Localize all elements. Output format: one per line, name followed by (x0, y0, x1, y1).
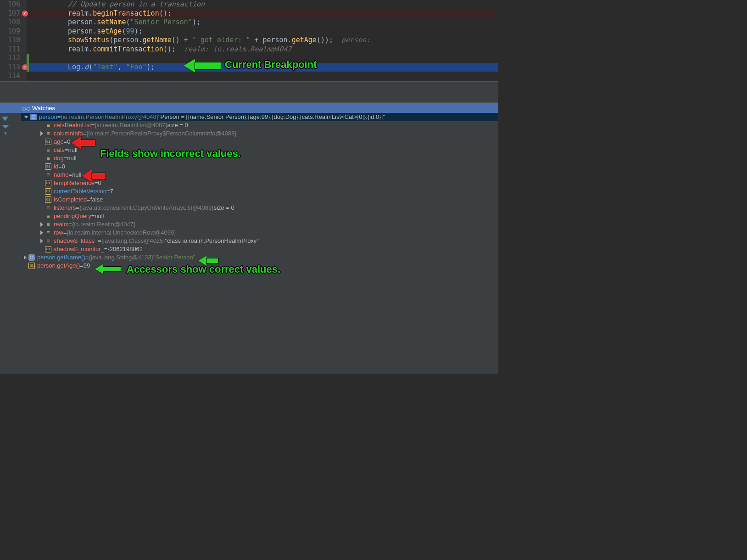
watch-value: 7 (110, 187, 113, 196)
chevron-right-icon[interactable] (40, 222, 43, 227)
panel-separator (0, 81, 498, 103)
code-line[interactable]: 109person.setAge(99); (0, 27, 498, 36)
watch-value: "Senior Person" (153, 253, 195, 262)
watch-row[interactable]: catsRealmList = {io.realm.RealmList@4087… (21, 121, 498, 129)
watch-name: listeners (54, 204, 76, 212)
watch-row[interactable]: columnInfo = {io.realm.PersonRealmProxy$… (21, 129, 498, 138)
breakpoint-icon[interactable] (22, 11, 28, 17)
code-line[interactable]: 113Log.d("Test", "Foo"); (0, 63, 498, 72)
field-icon (45, 230, 51, 236)
watch-row[interactable]: isCompleted = false (21, 196, 498, 204)
watch-name: age (54, 138, 64, 146)
watch-value: {io.realm.PersonRealmProxy@4048} (61, 113, 158, 121)
watch-value: size = 0 (214, 204, 234, 212)
code-editor[interactable]: 106// Update person in a transaction107r… (0, 0, 498, 81)
watch-value: {io.realm.internal.UncheckedRow@4090} (67, 229, 176, 237)
watch-name: person.getName() (37, 253, 85, 262)
chevron-right-icon[interactable] (40, 230, 43, 235)
field-icon (45, 122, 51, 129)
watches-header[interactable]: Watches (0, 103, 498, 113)
watch-value: "Person = [{name:Senior Person},{age:99}… (158, 113, 385, 121)
watch-row[interactable]: person.getAge() = 99 (21, 262, 498, 270)
watch-name: catsRealmList (54, 121, 91, 129)
watch-value: null (72, 171, 81, 179)
chevron-down-icon[interactable] (24, 116, 28, 118)
code-content[interactable] (27, 54, 498, 63)
line-number[interactable]: 113 (0, 63, 27, 72)
watch-name: row (54, 229, 63, 237)
line-number[interactable]: 106 (0, 0, 27, 9)
code-content[interactable]: realm.beginTransaction(); (27, 9, 498, 18)
watch-name: cats (54, 146, 65, 154)
watch-value: -2062198062 (107, 245, 143, 253)
watch-name: realm (54, 220, 69, 229)
watch-row[interactable]: row = {io.realm.internal.UncheckedRow@40… (21, 229, 498, 237)
watch-row[interactable]: person = {io.realm.PersonRealmProxy@4048… (21, 113, 498, 121)
line-number[interactable]: 112 (0, 54, 27, 63)
chevron-right-icon[interactable] (24, 255, 27, 260)
field-icon (45, 205, 51, 211)
watch-name: isCompleted (54, 196, 87, 204)
watch-row[interactable]: shadow$_monitor_ = -2062198062 (21, 245, 498, 253)
watch-value: 0 (62, 162, 65, 171)
watch-name: shadow$_klass_ (54, 237, 98, 245)
watch-row[interactable]: person.getName() = {java.lang.String@413… (21, 253, 498, 262)
line-number[interactable]: 114 (0, 72, 27, 81)
code-content[interactable]: showStatus(person.getName() + " got olde… (27, 36, 498, 45)
field-icon (45, 221, 51, 228)
primitive-icon (28, 263, 35, 269)
object-icon (30, 114, 37, 120)
primitive-icon (45, 180, 51, 186)
code-line[interactable]: 110showStatus(person.getName() + " got o… (0, 36, 498, 45)
watch-row[interactable]: pendingQuery = null (21, 212, 498, 220)
watch-name: shadow$_monitor_ (54, 245, 104, 253)
code-line[interactable]: 108person.setName("Senior Person"); (0, 18, 498, 27)
chevron-right-icon[interactable] (40, 131, 43, 136)
watch-value: false (90, 196, 103, 204)
line-number[interactable]: 110 (0, 36, 27, 45)
watch-value: size = 0 (167, 121, 188, 129)
code-line[interactable]: 111realm.commitTransaction(); realm: io.… (0, 45, 498, 54)
code-content[interactable]: person.setName("Senior Person"); (27, 18, 498, 27)
watch-row[interactable]: shadow$_klass_ = {java.lang.Class@4025} … (21, 237, 498, 245)
watch-row[interactable]: dog = null (21, 154, 498, 162)
line-number[interactable]: 111 (0, 45, 27, 54)
watch-name: dog (54, 154, 64, 162)
code-line[interactable]: 114 (0, 72, 498, 81)
field-icon (45, 172, 51, 178)
watch-value: {java.lang.Class@4025} (101, 237, 165, 245)
watch-row[interactable]: tempReference = 0 (21, 179, 498, 187)
field-icon (45, 130, 51, 137)
code-line[interactable]: 112 (0, 54, 498, 63)
code-line[interactable]: 107realm.beginTransaction(); (0, 9, 498, 18)
watch-value: {java.util.concurrent.CopyOnWriteArrayLi… (79, 204, 214, 212)
watch-name: currentTableVersion (54, 187, 106, 196)
primitive-icon (45, 188, 51, 195)
watches-toolbar (0, 113, 21, 374)
chevron-right-icon[interactable] (40, 239, 43, 243)
watch-row[interactable]: currentTableVersion = 7 (21, 187, 498, 196)
watch-value: "class io.realm.PersonRealmProxy" (165, 237, 259, 245)
line-number[interactable]: 109 (0, 27, 27, 36)
code-content[interactable]: realm.commitTransaction(); realm: io.rea… (27, 45, 498, 54)
field-icon (45, 213, 51, 219)
watch-name: person (39, 113, 57, 121)
download-icon[interactable] (2, 117, 8, 121)
watch-row[interactable]: listeners = {java.util.concurrent.CopyOn… (21, 204, 498, 212)
watch-value: null (95, 212, 104, 220)
watch-value: null (67, 154, 76, 162)
code-content[interactable] (27, 72, 498, 81)
primitive-icon (45, 139, 51, 145)
filter-icon[interactable] (2, 125, 9, 129)
code-line[interactable]: 106// Update person in a transaction (0, 0, 498, 9)
watches-tree[interactable]: person = {io.realm.PersonRealmProxy@4048… (21, 113, 498, 374)
watch-row[interactable]: id = 0 (21, 162, 498, 171)
line-number[interactable]: 107 (0, 9, 27, 18)
line-number[interactable]: 108 (0, 18, 27, 27)
code-content[interactable]: Log.d("Test", "Foo"); (27, 63, 498, 72)
watch-row[interactable]: realm = {io.realm.Realm@4047} (21, 220, 498, 229)
code-content[interactable]: // Update person in a transaction (27, 0, 498, 9)
watch-row[interactable]: cats = null (21, 146, 498, 154)
code-content[interactable]: person.setAge(99); (27, 27, 498, 36)
object-icon (28, 254, 35, 261)
